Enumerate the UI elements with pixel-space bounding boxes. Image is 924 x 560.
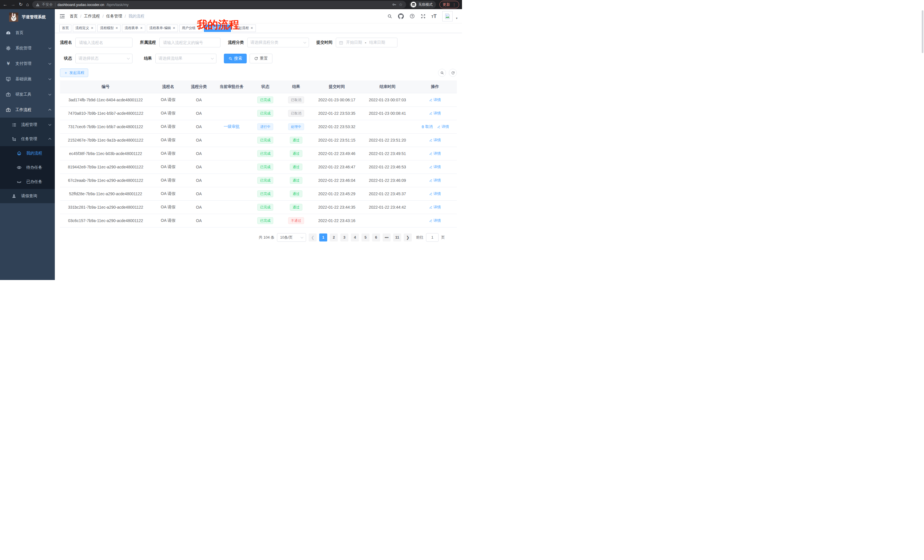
font-size-icon[interactable]: TT [432,14,436,19]
tags-view-bar: 首页 流程定义✕ 流程模型✕ 流程表单✕ 流程表单-编辑✕ 用户分组✕ 我的流程… [55,23,462,33]
page-button-11[interactable]: 11 [393,234,401,241]
tab-home[interactable]: 首页 [59,24,71,32]
detail-link[interactable]: 详情 [429,218,441,223]
detail-link[interactable]: 详情 [429,138,441,143]
goto-page-input[interactable] [426,233,439,242]
close-icon[interactable]: ✕ [197,26,200,30]
eye-icon [16,165,22,170]
tab-user-group[interactable]: 用户分组✕ [179,24,202,32]
col-status: 状态 [250,81,280,93]
sidebar-item-leave-query[interactable]: 请假查询 [0,189,55,203]
github-icon[interactable] [398,13,404,19]
avatar[interactable] [442,11,453,21]
process-definition-input[interactable] [159,38,220,47]
page-button-1[interactable]: 1 [319,234,327,241]
tab-my-process[interactable]: 我的流程✕ [204,24,231,32]
page-button-3[interactable]: 3 [340,234,348,241]
page-size-select[interactable]: 10条/页 [277,233,306,242]
more-pages-button[interactable]: ••• [382,234,391,241]
browser-home-icon[interactable]: ⌂ [26,2,29,7]
breadcrumb-workflow[interactable]: 工作流程 [84,14,100,19]
result-select[interactable]: 请选择流结果 [155,54,216,63]
page-button-2[interactable]: 2 [330,234,338,241]
gear-icon [6,46,11,51]
sidebar-item-home[interactable]: 首页 [0,25,55,40]
table-row: 7317cec6-7b9b-11ec-b5b7-acde48001122 OA … [60,120,457,133]
close-icon[interactable]: ✕ [116,26,118,30]
detail-link[interactable]: 详情 [429,111,441,116]
close-icon[interactable]: ✕ [173,26,176,30]
tab-process-form-edit[interactable]: 流程表单-编辑✕ [147,24,178,32]
sidebar-item-workflow[interactable]: 工作流程 [0,102,55,118]
page-button-5[interactable]: 5 [362,234,369,241]
address-bar[interactable]: 不安全 dashboard.yudao.iocoder.cn/bpm/task/… [32,1,406,8]
col-current-task: 当前审批任务 [213,81,250,93]
avatar-caret-icon[interactable]: ▾ [456,16,458,20]
chevron-up-icon [48,109,51,112]
close-icon[interactable]: ✕ [140,26,142,30]
detail-link[interactable]: 详情 [429,178,441,183]
category-select[interactable]: 请选择流程分类 [247,38,309,47]
bookmark-star-icon[interactable]: ☆ [399,2,403,7]
sidebar-item-devtools[interactable]: 研发工具 [0,87,55,102]
tab-process-model[interactable]: 流程模型✕ [98,24,120,32]
breadcrumb-task-management[interactable]: 任务管理 [106,14,122,19]
browser-back-icon[interactable]: ← [3,2,8,7]
prev-page-button[interactable]: ❮ [309,234,316,241]
page-button-6[interactable]: 6 [372,234,380,241]
table-row: 331bc281-7b9a-11ec-a290-acde48001122 OA … [60,201,457,214]
browser-menu-icon[interactable]: ⋮ [452,3,456,7]
status-select[interactable]: 请选择状态 [75,54,132,63]
table-row: ec45f38f-7b9a-11ec-b03b-acde48001122 OA … [60,147,457,160]
filter-time-label: 提交时间 [316,40,332,45]
page-button-4[interactable]: 4 [351,234,359,241]
tab-process-definition[interactable]: 流程定义✕ [73,24,96,32]
detail-link[interactable]: 详情 [437,124,449,129]
yen-icon: ￥ [6,61,11,66]
browser-reload-icon[interactable]: ↻ [19,2,22,7]
table-row: 03c6c157-7b9a-11ec-a290-acde48001122 OA … [60,214,457,227]
close-icon[interactable]: ✕ [91,26,93,30]
sidebar-item-done-tasks[interactable]: 已办任务 [0,175,55,189]
filter-name-label: 流程名 [60,40,72,45]
start-process-button[interactable]: ＋ 发起流程 [60,69,88,77]
breadcrumb-home[interactable]: 首页 [70,14,78,19]
detail-link[interactable]: 详情 [429,151,441,156]
sidebar-item-system[interactable]: 系统管理 [0,40,55,56]
result-badge: 通过 [290,177,302,184]
header-search-icon[interactable] [387,14,392,19]
sidebar-item-process-management[interactable]: 流程管理 [0,118,55,132]
browser-update-button[interactable]: 更新 ⋮ [440,1,459,8]
current-task-link[interactable]: 一级审批 [224,124,240,129]
help-icon[interactable] [410,13,415,19]
toggle-search-button[interactable] [438,69,446,77]
submit-time-range-picker[interactable]: 开始日期 - 结束日期 [336,38,398,47]
tab-process-form[interactable]: 流程表单✕ [122,24,145,32]
next-page-button[interactable]: ❯ [404,234,412,241]
sidebar-item-todo-tasks[interactable]: 待办任务 [0,160,55,175]
close-icon[interactable]: ✕ [250,26,253,30]
plus-icon: ＋ [64,70,68,75]
calendar-icon [339,40,343,45]
search-button[interactable]: 搜索 [224,54,247,63]
browser-forward-icon[interactable]: → [11,2,15,7]
app-logo-row[interactable]: 芋道管理系统 [0,9,55,25]
refresh-table-button[interactable] [449,69,457,77]
detail-link[interactable]: 详情 [429,191,441,196]
reset-button[interactable]: 重置 [249,54,272,63]
sidebar-item-my-process[interactable]: 我的流程 [0,146,55,160]
status-badge: 已完成 [257,163,273,171]
detail-link[interactable]: 详情 [429,205,441,210]
cancel-link[interactable]: 取消 [421,124,433,129]
tab-start-process[interactable]: 发起流程✕ [232,24,255,32]
process-name-input[interactable] [75,38,132,47]
fullscreen-icon[interactable] [421,14,426,19]
key-icon[interactable] [392,2,397,7]
sidebar-item-task-management[interactable]: 任务管理 [0,132,55,146]
sidebar-item-payment[interactable]: ￥ 支付管理 [0,56,55,71]
sidebar-toggle-icon[interactable] [59,13,65,19]
detail-link[interactable]: 详情 [429,165,441,169]
detail-link[interactable]: 详情 [429,97,441,102]
sidebar-item-infra[interactable]: 基础设施 [0,71,55,87]
close-icon[interactable]: ✕ [226,26,228,30]
